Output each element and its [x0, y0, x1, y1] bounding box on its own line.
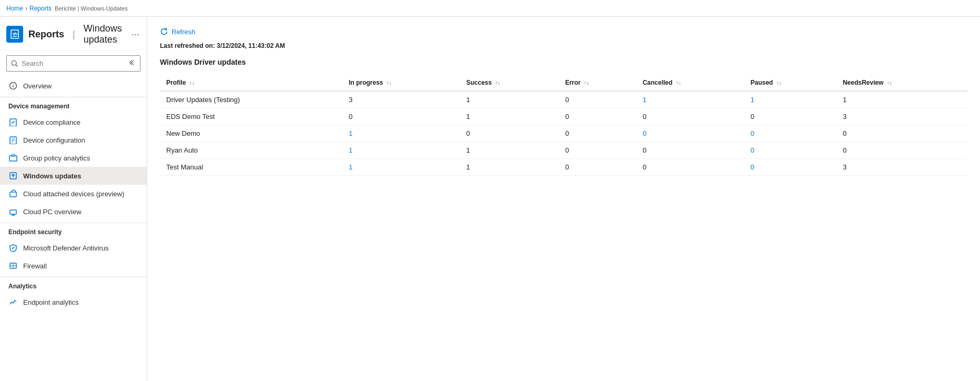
section-header-analytics: Analytics [0, 279, 147, 293]
cell-success: 1 [460, 91, 559, 108]
svg-rect-16 [10, 192, 16, 197]
breadcrumb-sep1: › [25, 5, 27, 12]
cloud-pc-overview-icon [8, 207, 18, 216]
cell-profile: Driver Updates (Testing) [160, 91, 342, 108]
breadcrumb: Home › Reports Berichte | Windows-Update… [6, 5, 128, 12]
cell-needs-review: 1 [836, 91, 967, 108]
cell-in-progress[interactable]: 1 [342, 142, 460, 159]
table-header: Profile ↑↓ In progress ↑↓ Success ↑↓ Err… [160, 75, 967, 91]
table-body: Driver Updates (Testing)310111EDS Demo T… [160, 91, 967, 176]
cell-success: 1 [460, 159, 559, 176]
cell-needs-review: 0 [836, 142, 967, 159]
last-refreshed-text: Last refreshed on: 3/12/2024, 11:43:02 A… [160, 42, 967, 49]
sidebar-item-cloud-attached-devices[interactable]: Cloud attached devices (preview) [0, 185, 147, 203]
col-header-profile[interactable]: Profile ↑↓ [160, 75, 342, 91]
top-bar: Home › Reports Berichte | Windows-Update… [0, 0, 980, 17]
firewall-label: Firewall [23, 262, 47, 270]
table-row: Test Manual110003 [160, 159, 967, 176]
cell-error: 0 [559, 159, 636, 176]
cell-success: 0 [460, 125, 559, 142]
cell-paused[interactable]: 1 [744, 91, 836, 108]
cell-paused[interactable]: 0 [744, 159, 836, 176]
sidebar-item-group-policy-analytics[interactable]: Group policy analytics [0, 149, 147, 167]
cell-profile: Test Manual [160, 159, 342, 176]
cell-paused[interactable]: 0 [744, 142, 836, 159]
endpoint-analytics-label: Endpoint analytics [23, 298, 79, 306]
cell-error: 0 [559, 91, 636, 108]
sidebar-item-endpoint-analytics[interactable]: Endpoint analytics [0, 293, 147, 311]
cell-in-progress: 0 [342, 108, 460, 125]
cloud-attached-devices-label: Cloud attached devices (preview) [23, 190, 124, 198]
overview-icon [8, 81, 18, 91]
section-divider [0, 277, 147, 277]
overview-label: Overview [23, 82, 52, 90]
sidebar-item-firewall[interactable]: Firewall [0, 257, 147, 275]
cell-in-progress[interactable]: 1 [342, 125, 460, 142]
cell-cancelled: 0 [637, 142, 744, 159]
firewall-icon [8, 261, 18, 270]
col-header-success[interactable]: Success ↑↓ [460, 75, 559, 91]
sidebar-item-overview[interactable]: Overview [0, 77, 147, 95]
more-options-button[interactable]: ··· [132, 29, 139, 40]
section-title: Windows Driver updates [160, 58, 967, 66]
cell-paused: 0 [744, 108, 836, 125]
sidebar-item-cloud-pc-overview[interactable]: Cloud PC overview [0, 203, 147, 220]
table-row: Ryan Auto110000 [160, 142, 967, 159]
col-header-needs-review[interactable]: NeedsReview ↑↓ [836, 75, 967, 91]
cell-cancelled[interactable]: 0 [637, 125, 744, 142]
main-layout: Reports | Windows updates ··· [0, 17, 980, 381]
page-header: Reports | Windows updates ··· [0, 17, 147, 50]
col-header-error[interactable]: Error ↑↓ [559, 75, 636, 91]
sidebar-item-device-compliance[interactable]: Device compliance [0, 113, 147, 131]
sidebar-item-device-configuration[interactable]: Device configuration [0, 131, 147, 149]
device-configuration-icon [8, 135, 18, 145]
breadcrumb-reports[interactable]: Reports [29, 5, 52, 12]
sidebar: Reports | Windows updates ··· [0, 17, 147, 381]
cell-success: 1 [460, 108, 559, 125]
svg-line-3 [16, 65, 17, 66]
cell-in-progress: 3 [342, 91, 460, 108]
svg-rect-17 [10, 210, 16, 214]
cell-profile: Ryan Auto [160, 142, 342, 159]
group-policy-analytics-label: Group policy analytics [23, 154, 90, 162]
svg-point-6 [13, 84, 14, 85]
windows-updates-label: Windows updates [23, 172, 81, 180]
endpoint-analytics-icon [8, 297, 18, 307]
cell-needs-review: 0 [836, 125, 967, 142]
page-title-reports: Reports [28, 29, 64, 40]
breadcrumb-sub: Berichte | Windows-Updates [55, 5, 128, 12]
cell-error: 0 [559, 142, 636, 159]
col-header-paused[interactable]: Paused ↑↓ [744, 75, 836, 91]
col-header-in-progress[interactable]: In progress ↑↓ [342, 75, 460, 91]
search-input[interactable] [22, 59, 123, 67]
cell-cancelled[interactable]: 1 [637, 91, 744, 108]
device-compliance-icon [8, 117, 18, 127]
cell-error: 0 [559, 125, 636, 142]
section-header-endpoint-security: Endpoint security [0, 225, 147, 239]
collapse-sidebar-button[interactable] [126, 58, 136, 69]
device-compliance-label: Device compliance [23, 118, 80, 126]
device-configuration-label: Device configuration [23, 136, 85, 144]
microsoft-defender-antivirus-label: Microsoft Defender Antivirus [23, 244, 109, 252]
sidebar-sections: Device managementDevice complianceDevice… [0, 97, 147, 311]
table-row: Driver Updates (Testing)310111 [160, 91, 967, 108]
cell-error: 0 [559, 108, 636, 125]
cell-cancelled: 0 [637, 159, 744, 176]
table-header-row: Profile ↑↓ In progress ↑↓ Success ↑↓ Err… [160, 75, 967, 91]
sidebar-item-windows-updates[interactable]: Windows updates [0, 167, 147, 185]
cell-cancelled: 0 [637, 108, 744, 125]
reports-icon [6, 26, 23, 43]
cell-paused[interactable]: 0 [744, 125, 836, 142]
cell-profile: EDS Demo Test [160, 108, 342, 125]
section-divider [0, 223, 147, 223]
group-policy-analytics-icon [8, 153, 18, 163]
cell-in-progress[interactable]: 1 [342, 159, 460, 176]
refresh-button[interactable]: Refresh [160, 25, 196, 38]
windows-updates-icon [8, 171, 18, 181]
windows-driver-updates-table: Profile ↑↓ In progress ↑↓ Success ↑↓ Err… [160, 75, 967, 176]
col-header-cancelled[interactable]: Cancelled ↑↓ [637, 75, 744, 91]
breadcrumb-home[interactable]: Home [6, 5, 23, 12]
sidebar-item-microsoft-defender-antivirus[interactable]: Microsoft Defender Antivirus [0, 239, 147, 257]
cell-needs-review: 3 [836, 108, 967, 125]
main-content: Refresh Last refreshed on: 3/12/2024, 11… [147, 17, 980, 381]
